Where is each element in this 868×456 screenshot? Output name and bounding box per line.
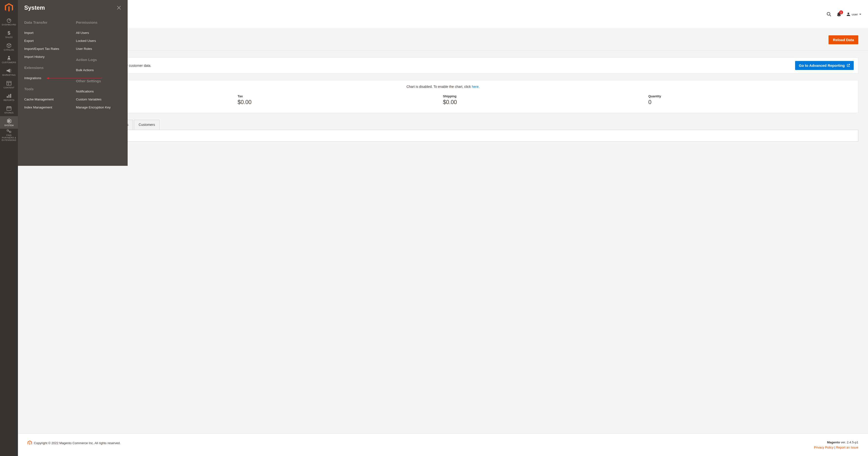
flyout-link-notifications[interactable]: Notifications — [76, 87, 123, 95]
flyout-group-tools: Tools — [24, 87, 71, 91]
sidebar-item-label: MARKETING — [2, 74, 16, 76]
flyout-group-permissions: Permissions — [76, 20, 123, 25]
megaphone-icon — [6, 68, 11, 73]
magento-footer-logo-icon — [28, 441, 32, 445]
flyout-link-manage-encryption-key[interactable]: Manage Encryption Key — [76, 103, 123, 111]
stat-quantity: Quantity0 — [648, 94, 854, 105]
dollar-icon: $ — [7, 30, 11, 36]
page-header: 1 user — [18, 0, 868, 29]
sidebar-item-label: CUSTOMERS — [2, 61, 16, 64]
flyout-link-locked-users[interactable]: Locked Users — [76, 37, 123, 45]
svg-marker-16 — [46, 77, 49, 79]
sidebar-item-stores[interactable]: STORES — [0, 104, 18, 116]
sidebar-item-marketing[interactable]: MARKETING — [0, 66, 18, 78]
bars-icon — [6, 93, 11, 99]
sidebar-item-find-partners-extensions[interactable]: FIND PARTNERS & EXTENSIONS — [0, 129, 18, 141]
stat-shipping: Shipping$0.00 — [443, 94, 648, 105]
flyout-title: System — [24, 4, 45, 11]
cube-icon — [6, 43, 11, 48]
stat-label: Tax — [238, 94, 443, 98]
sidebar-item-label: STORES — [4, 111, 13, 114]
system-flyout: System Data TransferImportExportImport/E… — [18, 0, 128, 166]
flyout-link-bulk-actions[interactable]: Bulk Actions — [76, 66, 123, 74]
advanced-reporting-button-label: Go to Advanced Reporting — [799, 63, 845, 68]
privacy-policy-link[interactable]: Privacy Policy — [814, 446, 834, 449]
svg-rect-9 — [7, 130, 8, 131]
link-icon — [6, 129, 11, 134]
stat-value: $0.00 — [443, 99, 648, 105]
svg-text:$: $ — [7, 30, 10, 36]
svg-rect-7 — [8, 95, 9, 98]
sidebar-item-system[interactable]: SYSTEM — [0, 116, 18, 129]
notifications-icon[interactable]: 1 — [837, 12, 841, 17]
search-icon[interactable] — [827, 12, 831, 17]
flyout-group-other-settings: Other Settings — [76, 79, 123, 83]
sidebar-item-label: REPORTS — [4, 99, 14, 101]
svg-rect-8 — [10, 94, 11, 98]
sidebar-item-label: SALES — [5, 36, 12, 38]
notification-badge: 1 — [839, 10, 843, 14]
person-icon — [7, 56, 11, 61]
flyout-group-data-transfer: Data Transfer — [24, 20, 71, 25]
svg-line-12 — [830, 15, 831, 16]
flyout-link-cache-management[interactable]: Cache Management — [24, 95, 71, 103]
flyout-link-custom-variables[interactable]: Custom Variables — [76, 95, 123, 103]
annotation-arrow-icon — [46, 77, 102, 79]
flyout-link-all-users[interactable]: All Users — [76, 29, 123, 37]
tabpanel: We couldn't find any records. — [28, 130, 858, 141]
svg-rect-10 — [9, 131, 11, 133]
flyout-group-action-logs: Action Logs — [76, 58, 123, 62]
dashboard-tabs: BestsellersMost Viewed ProductsNew Custo… — [28, 120, 858, 141]
flyout-link-integrations[interactable]: Integrations — [24, 74, 71, 82]
sidebar-item-dashboard[interactable]: DASHBOARD — [0, 15, 18, 28]
gear-icon — [6, 118, 11, 124]
sidebar-item-reports[interactable]: REPORTS — [0, 91, 18, 104]
main-sidebar: DASHBOARD$SALESCATALOGCUSTOMERSMARKETING… — [0, 0, 18, 456]
user-icon — [846, 12, 850, 16]
dashboard-stats: Chart is disabled. To enable the chart, … — [28, 80, 858, 113]
stat-value: 0 — [648, 99, 854, 105]
flyout-link-import-export-tax-rates[interactable]: Import/Export Tax Rates — [24, 45, 71, 53]
dashboard-icon — [6, 18, 11, 23]
stat-label: Shipping — [443, 94, 648, 98]
flyout-link-export[interactable]: Export — [24, 37, 71, 45]
storefront-icon — [6, 106, 11, 111]
svg-rect-6 — [7, 96, 8, 98]
report-issue-link[interactable]: Report an Issue — [836, 446, 858, 449]
sidebar-item-label: FIND PARTNERS & EXTENSIONS — [0, 134, 18, 141]
svg-point-2 — [8, 56, 10, 57]
user-menu[interactable]: user — [846, 12, 861, 16]
copyright-text: Copyright © 2022 Magento Commerce Inc. A… — [34, 441, 121, 445]
magento-logo-icon — [5, 3, 13, 12]
sidebar-item-label: SYSTEM — [4, 124, 13, 127]
svg-rect-3 — [7, 81, 11, 85]
tab-customers[interactable]: Customers — [134, 120, 160, 130]
flyout-link-import-history[interactable]: Import History — [24, 53, 71, 61]
stat-tax: Tax$0.00 — [238, 94, 443, 105]
close-icon[interactable] — [117, 5, 121, 10]
advanced-reporting-card: ur dynamic product, order, and customer … — [28, 57, 858, 73]
advanced-reporting-button[interactable]: Go to Advanced Reporting — [795, 61, 854, 70]
toolbar: Reload Data — [18, 29, 868, 51]
sidebar-item-label: CONTENT — [4, 87, 14, 89]
flyout-link-user-roles[interactable]: User Roles — [76, 45, 123, 53]
sidebar-item-customers[interactable]: CUSTOMERS — [0, 53, 18, 66]
stat-label: Quantity — [648, 94, 854, 98]
sidebar-item-catalog[interactable]: CATALOG — [0, 41, 18, 53]
sidebar-item-sales[interactable]: $SALES — [0, 28, 18, 41]
flyout-link-index-management[interactable]: Index Management — [24, 103, 71, 111]
chart-enable-link[interactable]: here — [472, 85, 478, 89]
reload-data-button[interactable]: Reload Data — [829, 35, 858, 44]
svg-point-11 — [827, 12, 830, 15]
page-footer: Copyright © 2022 Magento Commerce Inc. A… — [18, 433, 868, 456]
chevron-down-icon — [859, 13, 861, 15]
brand-logo[interactable] — [0, 0, 18, 15]
sidebar-item-label: DASHBOARD — [2, 24, 16, 26]
user-label: user — [852, 12, 858, 16]
flyout-link-import[interactable]: Import — [24, 29, 71, 37]
sidebar-item-label: CATALOG — [4, 48, 14, 51]
chart-disabled-message: Chart is disabled. To enable the chart, … — [32, 85, 854, 89]
external-link-icon — [847, 64, 850, 67]
sidebar-item-content[interactable]: CONTENT — [0, 78, 18, 91]
stat-value: $0.00 — [238, 99, 443, 105]
